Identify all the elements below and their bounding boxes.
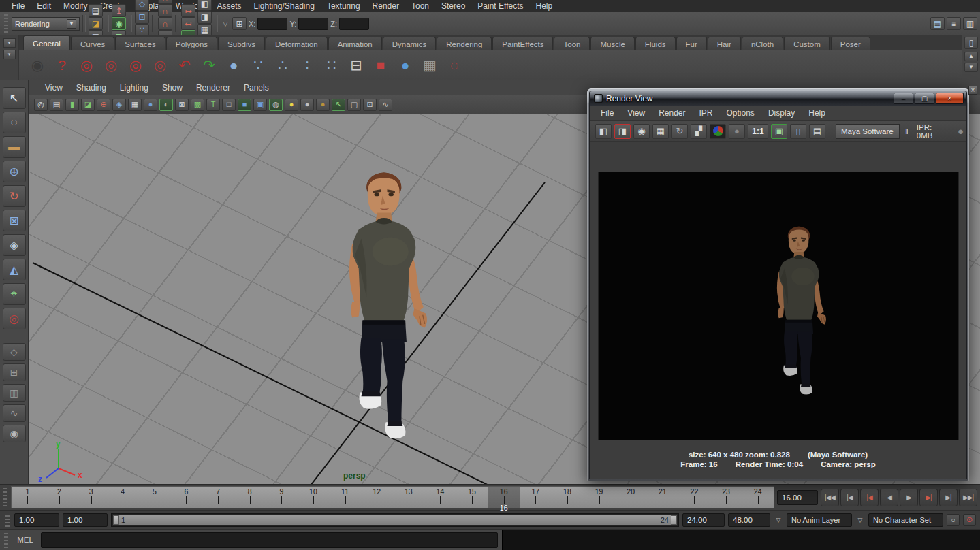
frame-cell[interactable]: 3: [75, 487, 107, 508]
select-tool[interactable]: ↖: [3, 87, 26, 109]
frame-cell[interactable]: 4: [107, 487, 139, 508]
region-render-icon[interactable]: ▞: [691, 124, 707, 139]
command-input[interactable]: [41, 532, 498, 548]
step-back-key-button[interactable]: |◀: [860, 489, 879, 506]
textured-icon[interactable]: ◍: [269, 99, 283, 111]
frame-cell[interactable]: 11: [329, 487, 361, 508]
field-chart-icon[interactable]: ⊠: [175, 99, 189, 111]
outliner-persp-layout-button[interactable]: ▥: [3, 384, 26, 402]
channel-box-toggle-icon[interactable]: ▥: [963, 17, 977, 30]
menu-item[interactable]: Texturing: [321, 1, 366, 11]
shelf-tab[interactable]: nCloth: [742, 37, 783, 50]
maximize-button[interactable]: ▢: [915, 93, 934, 104]
joint-pair-icon[interactable]: ∷: [321, 55, 342, 76]
render-view-menu-item[interactable]: Display: [761, 108, 802, 118]
panel-menu-item[interactable]: Renderer: [189, 83, 237, 93]
panel-menu-item[interactable]: Show: [155, 83, 189, 93]
paint-selection-tool[interactable]: ▬: [3, 136, 26, 158]
frame-cell[interactable]: 19: [583, 487, 615, 508]
frame-cell[interactable]: 8: [234, 487, 266, 508]
render-view-menu-item[interactable]: Options: [720, 108, 761, 118]
shelf-tab[interactable]: Curves: [71, 37, 114, 50]
isolate-select-icon[interactable]: ◈: [112, 99, 126, 111]
camera-orbit-icon[interactable]: ◎: [76, 55, 97, 76]
render-view-menu-item[interactable]: File: [594, 108, 620, 118]
snap-to-planes-icon[interactable]: ◇: [135, 0, 149, 11]
menu-item[interactable]: Edit: [31, 1, 57, 11]
status-line-grip[interactable]: [4, 14, 8, 33]
isolate-view-icon[interactable]: ⊡: [363, 99, 377, 111]
render-view-menu-item[interactable]: Render: [652, 108, 692, 118]
playback-start-field[interactable]: 1.00: [63, 513, 108, 527]
shelf-tab[interactable]: Toon: [554, 37, 590, 50]
rendered-image[interactable]: [598, 172, 959, 440]
frame-cell[interactable]: 1: [12, 487, 44, 508]
delete-object-icon[interactable]: ●: [223, 55, 244, 76]
chevron-down-icon[interactable]: ▽: [855, 517, 865, 523]
anim-layer-field[interactable]: No Anim Layer: [787, 513, 852, 527]
auto-keyframe-icon[interactable]: ⊙: [963, 514, 976, 526]
frame-cell[interactable]: 16 16: [488, 487, 520, 508]
play-forwards-button[interactable]: ▶: [900, 489, 918, 506]
shelf-scroll-button[interactable]: ▼: [964, 63, 978, 72]
open-render-settings-icon[interactable]: ▤: [809, 124, 825, 139]
paint-scripts-icon[interactable]: ◌: [444, 55, 464, 76]
film-gate-icon[interactable]: ▦: [128, 99, 142, 111]
hypergraph-layout-button[interactable]: ◉: [3, 425, 26, 442]
character-model[interactable]: [349, 173, 427, 439]
scene-browser-icon[interactable]: ◉: [27, 55, 48, 76]
select-highlight-icon[interactable]: ↖: [332, 99, 345, 111]
shelf-tab[interactable]: Subdivs: [218, 37, 265, 50]
set-key-icon[interactable]: ○: [947, 514, 960, 526]
playback-end-field[interactable]: 24.00: [682, 513, 725, 527]
graph-persp-layout-button[interactable]: ∿: [3, 404, 26, 422]
time-slider-grip[interactable]: [3, 488, 7, 506]
range-start-handle[interactable]: [113, 515, 119, 525]
lasso-select-tool[interactable]: ◌: [3, 112, 26, 133]
ik-handle-icon[interactable]: ∴: [272, 55, 293, 76]
frame-cell[interactable]: 6: [170, 487, 202, 508]
coordinate-target-icon[interactable]: ⊞: [232, 17, 247, 30]
frame-cell[interactable]: 17: [520, 487, 552, 508]
gate-mask-icon[interactable]: ◐: [159, 99, 173, 111]
shelf-tab[interactable]: Surfaces: [115, 37, 165, 50]
wireframe-icon[interactable]: □: [222, 99, 236, 111]
history-output-icon[interactable]: ↤: [181, 17, 195, 30]
shelf-tab[interactable]: Custom: [784, 37, 830, 50]
camera-attributes-icon[interactable]: ▤: [50, 99, 63, 111]
step-back-frame-button[interactable]: |◀: [840, 489, 859, 506]
snap-together-icon[interactable]: ∵: [135, 24, 149, 37]
menu-set-selector[interactable]: Rendering ▼: [12, 17, 80, 31]
shelf-menu-button[interactable]: ▾: [3, 50, 16, 59]
frame-cell[interactable]: 10: [298, 487, 330, 508]
render-view-menu-item[interactable]: IPR: [693, 108, 720, 118]
open-scene-icon[interactable]: ◪: [89, 17, 103, 30]
frame-cell[interactable]: 13: [393, 487, 425, 508]
four-pane-layout-button[interactable]: ⊞: [3, 363, 26, 381]
range-bar[interactable]: 1 24: [113, 515, 677, 525]
shelf-trash-icon[interactable]: ▯: [964, 37, 978, 49]
node-editor-icon[interactable]: ⊟: [346, 55, 366, 76]
open-render-view-icon[interactable]: ◧: [197, 0, 212, 11]
menu-item[interactable]: Stereo: [435, 1, 471, 11]
input-field-selector-icon[interactable]: ▽: [221, 20, 230, 27]
move-tool[interactable]: ⊕: [3, 161, 26, 182]
menu-item[interactable]: Toon: [405, 1, 435, 11]
frame-cell[interactable]: 21: [647, 487, 679, 508]
shelf-tab[interactable]: Muscle: [590, 37, 634, 50]
frame-cell[interactable]: 23: [710, 487, 742, 508]
range-slider-grip[interactable]: [5, 513, 10, 527]
animation-end-field[interactable]: 48.00: [728, 513, 770, 527]
range-end-handle[interactable]: [671, 515, 677, 525]
safe-title-icon[interactable]: T: [206, 99, 220, 111]
refresh-ipr-icon[interactable]: ↻: [671, 124, 688, 139]
panel-menu-item[interactable]: Panels: [237, 83, 276, 93]
render-view-menu-item[interactable]: View: [620, 108, 652, 118]
frame-cell[interactable]: 15: [456, 487, 488, 508]
camera-zoom-icon[interactable]: ◎: [150, 55, 170, 76]
step-forward-frame-button[interactable]: ▶|: [939, 489, 958, 506]
animation-start-field[interactable]: 1.00: [14, 513, 59, 527]
xray-icon[interactable]: ▢: [347, 99, 361, 111]
render-current-frame-icon[interactable]: ◨: [197, 11, 212, 24]
current-time-field[interactable]: 16.00: [777, 490, 818, 505]
